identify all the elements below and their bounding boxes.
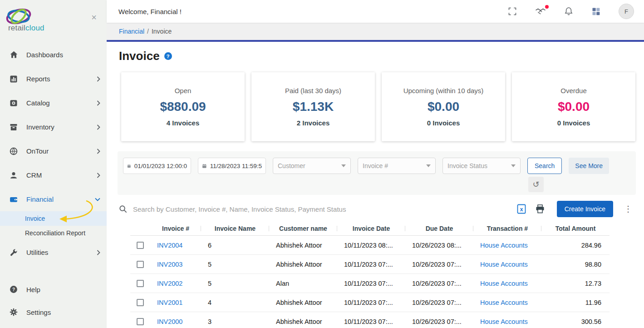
sidebar-item-utilities[interactable]: Utilities [0,240,107,264]
transaction-link[interactable]: House Accounts [480,261,528,268]
table-row: INV2000 3 Abhishek Attoor 10/11/2023 07:… [130,312,610,328]
sidebar-item-label: CRM [26,171,97,179]
sidebar-item-label: Dashboards [26,51,100,59]
customer-cell: Alan [269,280,337,287]
invoice-link[interactable]: INV2002 [157,280,182,287]
sidebar-item-crm[interactable]: CRM [0,163,107,187]
card-label: Paid (last 30 days) [285,87,341,94]
row-checkbox[interactable] [137,280,144,287]
bar-chart-icon [8,75,19,84]
page-help-icon[interactable]: ? [164,52,172,60]
invoice-name-cell: 3 [201,318,269,325]
breadcrumb: Financial / Invoice [107,23,644,40]
wallet-icon [8,195,19,204]
card-value: $1.13K [293,99,334,114]
card-count: 4 Invoices [167,119,200,127]
invoice-date-cell: 10/11/2023 08:... [337,242,405,249]
breadcrumb-current: Invoice [152,28,172,35]
col-invoice-no: Invoice # [150,225,201,232]
page-title: Invoice [119,49,160,63]
create-invoice-button[interactable]: Create Invoice [557,201,613,217]
search-button[interactable]: Search [527,158,562,174]
due-date-cell: 10/26/2023 07:... [405,261,473,268]
customer-select[interactable]: Customer [273,158,351,174]
card-value: $0.00 [428,99,459,114]
home-icon [8,50,19,60]
sidebar-item-label: Utilities [26,248,97,256]
row-checkbox[interactable] [137,242,144,249]
app-root: retailcloud × Dashboards Reports [0,0,644,328]
chevron-down-icon [95,198,100,201]
logo-wordmark: retailcloud [8,24,107,33]
sidebar-item-settings[interactable]: Settings [0,301,107,323]
table-header-row: Invoice # Invoice Name Customer name Inv… [130,221,610,236]
invoice-link[interactable]: INV2000 [157,318,182,325]
title-row: Invoice ? [107,42,644,67]
due-date-cell: 10/26/2023 07:... [405,318,473,325]
invoice-name-cell: 6 [201,242,269,249]
print-icon[interactable] [535,204,545,214]
invoice-link[interactable]: INV2004 [157,242,182,249]
transaction-link[interactable]: House Accounts [480,280,528,287]
chevron-right-icon [97,100,100,106]
customer-cell: Abhishek Attoor [269,318,337,325]
invoice-date-cell: 10/11/2023 07:... [337,261,405,268]
summary-card-overdue: Overdue $0.00 0 Invoices [512,72,635,141]
handshake-icon[interactable] [535,7,546,15]
fullscreen-icon[interactable] [508,7,517,16]
sidebar-item-label: Help [26,286,100,293]
apps-grid-icon[interactable] [591,7,600,16]
more-options-icon[interactable]: ⋮ [622,204,634,214]
calendar-icon [202,163,207,169]
sidebar-subitem-reconciliation-report[interactable]: Reconciliation Report [0,226,107,240]
row-checkbox[interactable] [137,299,144,306]
due-date-cell: 10/26/2023 07:... [405,280,473,287]
sidebar-item-catalog[interactable]: Catalog [0,91,107,115]
avatar[interactable]: F [619,4,634,19]
invoice-link[interactable]: INV2001 [157,299,182,306]
breadcrumb-parent-link[interactable]: Financial [119,28,144,35]
sidebar-item-financial[interactable]: Financial [0,187,107,211]
svg-text:x: x [520,206,523,213]
date-from-input[interactable]: 01/01/2023 12:00:0 [123,158,191,174]
sidebar-item-ontour[interactable]: OnTour [0,139,107,163]
content: Invoice ? Open $880.09 4 Invoices Paid (… [107,42,644,328]
bell-icon[interactable] [564,6,573,16]
sidebar-subitem-label: Reconciliation Report [25,229,85,237]
sidebar-item-inventory[interactable]: Inventory [0,115,107,139]
invoice-status-select[interactable]: Invoice Status [442,158,521,174]
summary-card-upcoming: Upcoming (within 10 days) $0.00 0 Invoic… [382,72,505,141]
date-to-input[interactable]: 11/28/2023 11:59:5 [198,158,266,174]
sidebar-item-help[interactable]: ? Help [0,278,107,301]
date-to-value: 11/28/2023 11:59:5 [210,163,262,169]
summary-card-open: Open $880.09 4 Invoices [121,72,245,141]
sidebar-item-reports[interactable]: Reports [0,67,107,91]
see-more-button[interactable]: See More [569,158,609,174]
transaction-link[interactable]: House Accounts [480,318,528,325]
col-due-date: Due Date [405,225,473,232]
invoice-date-cell: 10/11/2023 07:... [337,299,405,306]
transaction-link[interactable]: House Accounts [480,299,528,306]
table-row: INV2004 6 Abhishek Attoor 10/11/2023 08:… [130,236,610,255]
globe-icon [8,147,19,156]
sidebar-item-dashboards[interactable]: Dashboards [0,43,107,67]
customer-cell: Abhishek Attoor [269,299,337,306]
sidebar-subitem-invoice[interactable]: Invoice [0,211,107,226]
welcome-text: Welcome, Financial ! [118,8,182,15]
search-input[interactable] [133,205,511,213]
card-count: 2 Invoices [297,119,330,127]
header-icons: F [508,4,634,19]
col-transaction: Transaction # [473,225,541,232]
chevron-right-icon [97,173,100,178]
row-checkbox[interactable] [137,318,144,325]
invoice-number-select[interactable]: Invoice # [358,158,436,174]
invoice-link[interactable]: INV2003 [157,261,182,268]
reset-filters-button[interactable]: ↺ [528,177,544,192]
row-checkbox[interactable] [137,261,144,268]
excel-export-icon[interactable]: x [517,204,526,214]
close-icon[interactable]: × [91,13,97,22]
top-header: Welcome, Financial ! F [107,0,644,23]
table-row: INV2001 4 Abhishek Attoor 10/11/2023 07:… [130,293,610,312]
customer-select-placeholder: Customer [278,162,305,169]
transaction-link[interactable]: House Accounts [480,242,528,249]
